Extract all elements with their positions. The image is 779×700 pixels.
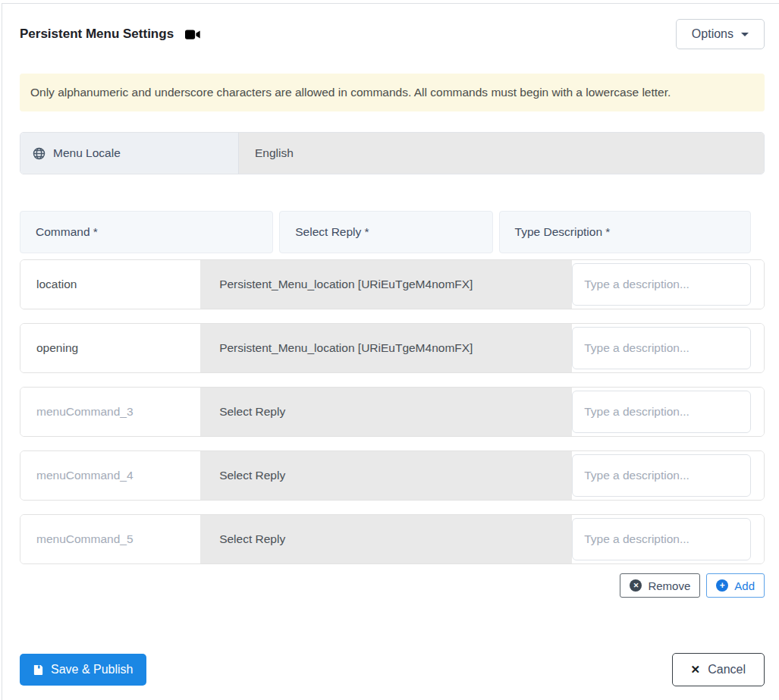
description-cell: Type a description... xyxy=(572,388,764,436)
banner-text: Only alphanumeric and underscore charact… xyxy=(30,86,671,99)
description-cell: Type a description... xyxy=(572,451,764,500)
remove-circle-icon: ✕ xyxy=(630,579,642,592)
reply-select[interactable]: Select Reply xyxy=(200,388,572,436)
options-button-label: Options xyxy=(692,27,733,41)
persistent-menu-panel: Persistent Menu Settings Options Only al… xyxy=(2,3,779,700)
description-cell: Type a description... xyxy=(572,260,764,309)
description-input[interactable]: Type a description... xyxy=(572,454,751,497)
table-header: Command * Select Reply * Type Descriptio… xyxy=(20,211,751,253)
video-camera-icon xyxy=(185,29,201,40)
column-header-select-reply: Select Reply * xyxy=(279,211,492,253)
description-input[interactable]: Type a description... xyxy=(572,327,751,369)
remove-button-label: Remove xyxy=(648,579,690,592)
add-circle-icon: + xyxy=(716,579,728,592)
add-row-button[interactable]: + Add xyxy=(706,573,765,598)
reply-select[interactable]: Persistent_Menu_location [URiEuTgeM4nomF… xyxy=(200,260,572,309)
globe-icon xyxy=(33,147,46,160)
close-icon: ✕ xyxy=(691,663,701,676)
footer-bar: Save & Publish ✕ Cancel xyxy=(20,653,765,686)
command-input[interactable]: menuCommand_3 xyxy=(20,388,200,436)
row-actions: ✕ Remove + Add xyxy=(20,573,765,598)
chevron-down-icon xyxy=(741,33,749,36)
reply-select[interactable]: Persistent_Menu_location [URiEuTgeM4nomF… xyxy=(200,324,572,372)
table-row: location Persistent_Menu_location [URiEu… xyxy=(20,259,765,309)
description-cell: Type a description... xyxy=(572,324,764,372)
description-input[interactable]: Type a description... xyxy=(572,391,751,433)
description-cell: Type a description... xyxy=(572,515,764,563)
remove-row-button[interactable]: ✕ Remove xyxy=(620,573,700,598)
add-button-label: Add xyxy=(734,579,755,592)
reply-select[interactable]: Select Reply xyxy=(200,451,572,500)
table-row: opening Persistent_Menu_location [URiEuT… xyxy=(20,323,765,373)
top-bar: Persistent Menu Settings Options xyxy=(20,4,765,49)
description-input[interactable]: Type a description... xyxy=(572,263,751,306)
table-row: menuCommand_5 Select Reply Type a descri… xyxy=(20,514,765,564)
options-button[interactable]: Options xyxy=(676,19,765,49)
save-icon xyxy=(33,664,44,676)
save-publish-button[interactable]: Save & Publish xyxy=(20,654,146,686)
save-publish-label: Save & Publish xyxy=(51,663,133,676)
menu-locale-value: English xyxy=(255,146,294,160)
command-input[interactable]: menuCommand_5 xyxy=(20,515,200,563)
description-input[interactable]: Type a description... xyxy=(572,518,751,560)
table-row: menuCommand_4 Select Reply Type a descri… xyxy=(20,450,765,501)
command-input[interactable]: opening xyxy=(20,324,200,372)
cancel-button-label: Cancel xyxy=(708,663,746,676)
menu-locale-group: Menu Locale English xyxy=(20,132,765,174)
menu-locale-select[interactable]: English xyxy=(239,133,764,174)
table-row: menuCommand_3 Select Reply Type a descri… xyxy=(20,387,765,437)
column-header-type-description: Type Description * xyxy=(499,211,751,253)
command-input[interactable]: menuCommand_4 xyxy=(20,451,200,500)
commands-info-banner: Only alphanumeric and underscore charact… xyxy=(20,74,765,111)
cancel-button[interactable]: ✕ Cancel xyxy=(672,653,765,686)
reply-select[interactable]: Select Reply xyxy=(200,515,572,563)
menu-locale-label-text: Menu Locale xyxy=(53,146,121,160)
column-header-command: Command * xyxy=(20,211,273,253)
menu-locale-label: Menu Locale xyxy=(20,133,239,174)
command-input[interactable]: location xyxy=(20,260,200,309)
page-title: Persistent Menu Settings xyxy=(20,27,174,42)
